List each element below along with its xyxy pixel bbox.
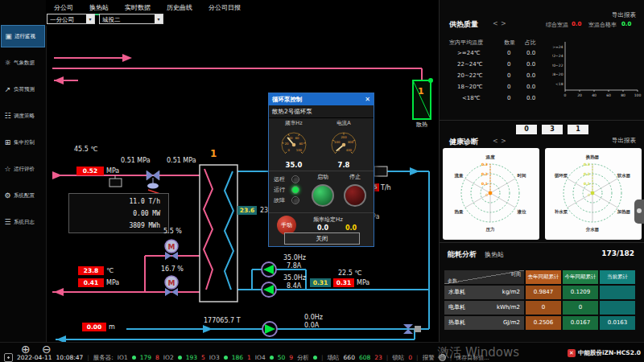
- frequency-gauge-dial: 020406080100: [271, 127, 316, 158]
- makeup-pump[interactable]: [262, 322, 277, 336]
- sidebar-item-system-config[interactable]: ⚙ 系统配置: [1, 184, 45, 207]
- alarm-label: 报警: [423, 354, 435, 362]
- company-select[interactable]: 一分公司 ▾: [47, 14, 95, 24]
- energy-analysis-panel: 能耗分析 换热站 173/182 时间 参数 去年同期累计 今年同期累计 当前累…: [439, 243, 644, 342]
- param-cell: 电单耗 kWh/m2: [444, 301, 524, 315]
- heat-source-box[interactable]: [413, 78, 433, 119]
- mixing-motor-valve-bottom[interactable]: M: [165, 276, 178, 296]
- next-icon[interactable]: >: [501, 20, 506, 27]
- circulation-pump-1[interactable]: [262, 262, 276, 277]
- stop-button[interactable]: [344, 184, 366, 207]
- svg-text:<18: <18: [555, 82, 564, 86]
- secondary-return-value: 0.31: [310, 278, 331, 287]
- stop-label: 停止: [343, 173, 367, 181]
- server-err: 1: [247, 354, 251, 361]
- hq-row-cat: <18℃: [462, 95, 481, 101]
- divider: [269, 212, 374, 213]
- station-select[interactable]: 城投二 ▾: [99, 14, 163, 24]
- lock-value: 0: [408, 354, 412, 361]
- freq-setpoint-value[interactable]: 0.0: [317, 224, 328, 232]
- sidebar-item-load-forecast[interactable]: ↗ 负荷预测: [1, 78, 45, 101]
- svg-text:0: 0: [287, 148, 290, 152]
- control-icon: ⊞: [3, 138, 12, 146]
- circulation-pump-2[interactable]: [262, 282, 276, 297]
- svg-text:软水器: 软水器: [617, 173, 631, 179]
- evaluate-icon: ☆: [3, 165, 12, 173]
- station-flow-diagram: M M: [46, 36, 439, 342]
- svg-text:20: 20: [577, 93, 582, 97]
- valve-open-pct-bottom: 16.7 %: [161, 265, 184, 274]
- top-nav: 分公司 换热站 实时数据 历史曲线 分公司日报 一分公司 ▾ 城投二 ▾: [46, 0, 439, 26]
- hq-row-cat: 20~22℃: [457, 72, 483, 79]
- supply-pressure-alarm: 0.52: [76, 167, 104, 175]
- current-gauge-label: 电流A: [319, 120, 369, 127]
- health-title: 健康诊断: [449, 137, 478, 147]
- svg-text:60: 60: [295, 136, 299, 140]
- tab-history-curve[interactable]: 历史曲线: [165, 1, 194, 15]
- prev-icon[interactable]: <: [493, 138, 498, 145]
- tab-branch-daily[interactable]: 分公司日报: [207, 1, 242, 15]
- health-export-button[interactable]: 导出报表: [612, 137, 636, 145]
- current-gauge: 电流A 0100200300400 7.8: [319, 118, 369, 169]
- server-ok: 193: [186, 354, 197, 361]
- start-button[interactable]: [312, 184, 334, 207]
- svg-text:400: 400: [346, 148, 353, 152]
- svg-text:22~24: 22~24: [552, 54, 564, 58]
- status-date: 2022-04-11: [17, 354, 52, 361]
- param-unit: GJ/m2: [503, 316, 520, 330]
- svg-text:补水泵: 补水泵: [554, 209, 568, 215]
- server-ok: 50: [278, 354, 286, 361]
- health-count-box[interactable]: 0: [516, 125, 537, 134]
- server-status-icon: [224, 356, 228, 360]
- forecast-icon: ↗: [3, 85, 12, 93]
- close-button[interactable]: 关闭: [284, 232, 360, 245]
- sidebar-item-central-control[interactable]: ⊞ 集中控制: [1, 131, 45, 154]
- sidebar-item-weather-data[interactable]: ☼ 气象数据: [1, 51, 45, 74]
- flow-meter[interactable]: [374, 167, 387, 176]
- sidebar-item-system-log[interactable]: ☰ 系统日志: [1, 211, 45, 233]
- hq-row-cat: 22~24℃: [457, 61, 483, 68]
- next-icon[interactable]: >: [501, 138, 506, 145]
- server-err: 8: [155, 354, 159, 361]
- running-led: [291, 186, 299, 194]
- svg-text:加热器: 加热器: [617, 209, 631, 215]
- value-cell: 0.9847: [526, 286, 561, 299]
- svg-text:300: 300: [348, 140, 354, 144]
- col-current: 当前累计: [600, 270, 635, 284]
- strainer[interactable]: [109, 175, 122, 187]
- hq-row-count: 0: [507, 50, 510, 56]
- chevron-down-icon[interactable]: ▾: [155, 14, 163, 23]
- dialog-titlebar[interactable]: 循环泵控制 ✕: [269, 93, 374, 105]
- chevron-down-icon[interactable]: ▾: [86, 14, 94, 23]
- health-diagnosis-panel: 0 3 1 健康诊断 < > 导出报表 0.10.20.30温度时间液位压力热量…: [439, 121, 644, 243]
- station-label: 场站: [328, 354, 340, 362]
- close-icon[interactable]: ✕: [365, 96, 370, 103]
- primary-info-box: 11.0 T/h 0.00 MW 3809 MWh: [68, 193, 169, 233]
- heat-exchanger[interactable]: [200, 165, 237, 302]
- side-drawer-tab[interactable]: [634, 200, 644, 224]
- freq-feedback-value: 0.0: [345, 224, 357, 232]
- sidebar-item-run-monitor[interactable]: ▣ 运行监视: [1, 25, 45, 47]
- health-count-box[interactable]: 1: [568, 125, 588, 134]
- param-name: 热单耗: [448, 316, 465, 330]
- value-cell: 0.2506: [526, 316, 561, 330]
- hq-export-button[interactable]: 导出报表: [612, 11, 636, 19]
- analysis-label: 分析: [297, 354, 309, 362]
- sidebar-item-run-evaluation[interactable]: ☆ 运行评价: [1, 158, 45, 180]
- param-name: 电单耗: [448, 301, 465, 315]
- energy-corner-cell: 时间 参数: [444, 270, 524, 284]
- value-cell: 0: [563, 301, 598, 315]
- sidebar-item-dispatch-strategy[interactable]: ☷ 调度策略: [1, 105, 45, 127]
- health-count-box[interactable]: 3: [542, 125, 563, 134]
- mixing-motor-valve-top[interactable]: M: [165, 240, 178, 260]
- svg-text:0.2: 0.2: [584, 172, 590, 176]
- dialog-title: 循环泵控制: [272, 96, 303, 104]
- svg-text:40: 40: [592, 93, 597, 97]
- monitor-icon: ▣: [4, 32, 13, 40]
- secondary-return-pressure-unit: MPa: [357, 279, 369, 287]
- energy-header-row: 时间 参数 去年同期累计 今年同期累计 当前累计: [444, 270, 637, 284]
- pump1-amp: 7.8A: [287, 262, 301, 270]
- prev-icon[interactable]: <: [493, 20, 498, 27]
- svg-text:分水器: 分水器: [585, 227, 600, 232]
- svg-text:时间: 时间: [517, 173, 526, 179]
